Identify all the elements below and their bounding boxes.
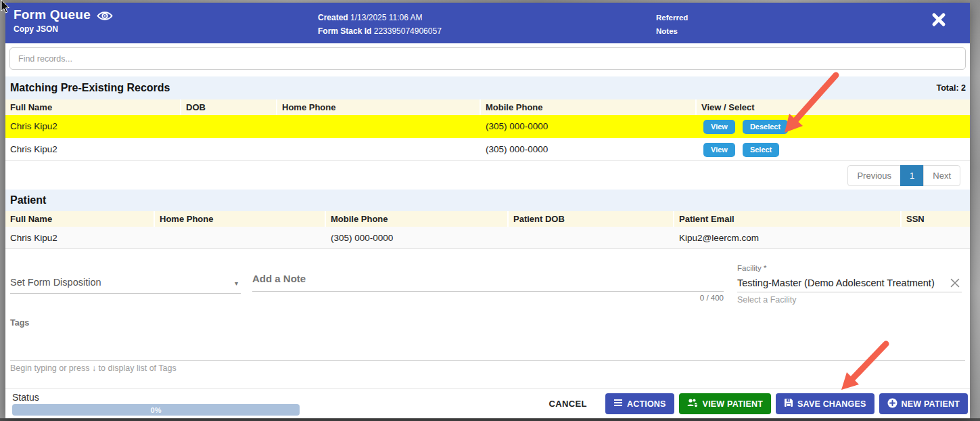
created-value: 1/13/2025 11:06 AM (350, 13, 423, 22)
column-header: Full Name (5, 211, 155, 227)
column-header: Home Phone (155, 211, 326, 227)
cell-home-phone (277, 138, 481, 161)
status-progress-bar: 0% (12, 404, 300, 416)
column-header: View / Select (697, 99, 970, 115)
cell-ssn (902, 227, 970, 249)
facility-field: Facility * Testing-Master (Demo Adolesce… (737, 261, 962, 273)
cell-home-phone (155, 227, 326, 249)
header-flags: Referred Notes (656, 11, 688, 38)
save-changes-button[interactable]: SAVE CHANGES (776, 393, 874, 414)
matching-table-header: Full Name DOB Home Phone Mobile Phone Vi… (5, 99, 970, 115)
column-header: Mobile Phone (481, 99, 697, 115)
matching-section-title: Matching Pre-Existing Records (10, 82, 170, 94)
tags-input[interactable] (10, 328, 965, 361)
header-meta: Created 1/13/2025 11:06 AM Form Stack Id… (318, 11, 442, 38)
footer-divider (5, 388, 970, 389)
tags-helper: Begin typing or press ↓ to display list … (10, 363, 177, 373)
column-header: SSN (902, 211, 970, 227)
save-icon (784, 398, 793, 409)
column-header: Full Name (5, 99, 181, 115)
deselect-button[interactable]: Deselect (743, 120, 788, 134)
column-header: Home Phone (277, 99, 481, 115)
current-page-button[interactable]: 1 (900, 165, 924, 186)
add-note-label: Add a Note (252, 273, 306, 284)
footer-actions: CANCEL ACTIONS VIEW PATIENT SAVE CHANGES… (540, 393, 968, 414)
patient-section-header: Patient (5, 190, 970, 211)
add-note-field[interactable]: Add a Note 0 / 400 (252, 273, 724, 285)
form-stack-id-value: 223395074906057 (374, 26, 442, 36)
form-disposition-value: Set Form Disposition (10, 277, 101, 288)
cell-full-name: Chris Kipu2 (5, 227, 155, 249)
patient-table-header: Full Name Home Phone Mobile Phone Patien… (5, 211, 970, 227)
modal-header: Form Queue Copy JSON Created 1/13/2025 1… (5, 3, 970, 43)
column-header: Mobile Phone (326, 211, 509, 227)
created-label: Created (318, 13, 348, 22)
column-header: Patient DOB (509, 211, 674, 227)
table-row-selected: Chris Kipu2 (305) 000-0000 View Deselect (5, 115, 970, 138)
cell-full-name: Chris Kipu2 (5, 138, 181, 161)
cell-patient-email: Kipu2@leercm.com (674, 227, 902, 249)
patient-row: Chris Kipu2 (305) 000-0000 Kipu2@leercm.… (5, 227, 970, 249)
cell-dob (181, 115, 277, 138)
page-title: Form Queue (14, 7, 91, 22)
patient-section-title: Patient (10, 194, 46, 206)
new-patient-button[interactable]: NEW PATIENT (879, 393, 968, 414)
cell-mobile-phone: (305) 000-0000 (326, 227, 509, 249)
progress-value: 0% (151, 406, 162, 414)
facility-label: Facility * (737, 264, 766, 272)
cell-dob (181, 138, 277, 161)
menu-icon (613, 399, 623, 409)
actions-button[interactable]: ACTIONS (605, 393, 674, 414)
form-disposition-select[interactable]: Set Form Disposition ▾ (10, 276, 241, 294)
plus-circle-icon (887, 398, 897, 410)
note-char-counter: 0 / 400 (700, 294, 724, 302)
backdrop (970, 0, 980, 418)
cancel-button[interactable]: CANCEL (540, 393, 595, 414)
column-header: DOB (181, 99, 277, 115)
view-button[interactable]: View (703, 120, 735, 134)
clear-facility-icon[interactable] (950, 278, 960, 288)
total-count: Total: 2 (936, 83, 966, 93)
facility-helper: Select a Facility (737, 295, 797, 305)
previous-page-button[interactable]: Previous (847, 165, 901, 186)
table-row: Chris Kipu2 (305) 000-0000 View Select (5, 138, 970, 161)
cell-mobile-phone: (305) 000-0000 (481, 115, 697, 138)
select-button[interactable]: Select (743, 143, 779, 157)
view-patient-button[interactable]: VIEW PATIENT (679, 393, 771, 414)
column-header: Patient Email (674, 211, 902, 227)
next-page-button[interactable]: Next (923, 165, 960, 186)
chevron-down-icon: ▾ (235, 280, 238, 287)
cell-mobile-phone: (305) 000-0000 (481, 138, 697, 161)
notes-label: Notes (656, 24, 688, 38)
people-icon (687, 398, 699, 409)
search-input[interactable] (9, 47, 966, 70)
pagination: Previous 1 Next (847, 165, 960, 186)
backdrop (0, 418, 980, 421)
eye-icon[interactable] (97, 10, 113, 22)
referred-label: Referred (656, 11, 688, 24)
close-icon[interactable] (931, 12, 947, 28)
status-label: Status (12, 392, 39, 403)
cell-full-name: Chris Kipu2 (5, 115, 181, 138)
copy-json-button[interactable]: Copy JSON (14, 24, 113, 34)
view-button[interactable]: View (703, 143, 735, 157)
cell-home-phone (277, 115, 481, 138)
form-stack-id-label: Form Stack Id (318, 26, 371, 36)
facility-value[interactable]: Testing-Master (Demo Adolescent Treatmen… (737, 278, 935, 288)
cell-patient-dob (509, 227, 674, 249)
tags-label: Tags (10, 318, 29, 328)
form-queue-modal: Form Queue Copy JSON Created 1/13/2025 1… (5, 3, 970, 418)
matching-section-header: Matching Pre-Existing Records Total: 2 (5, 76, 970, 99)
